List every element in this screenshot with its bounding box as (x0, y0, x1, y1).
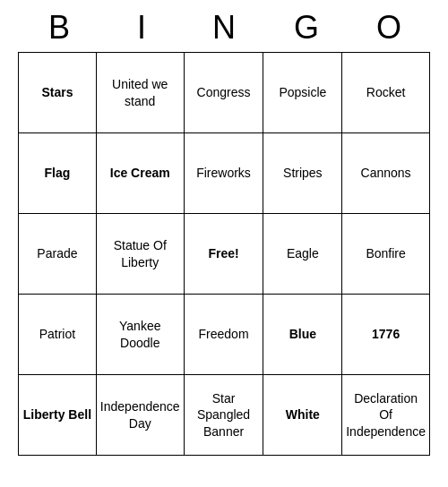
cell-r3-c0: Patriot (19, 295, 97, 375)
cell-r3-c2: Freedom (184, 295, 263, 375)
cell-r1-c0: Flag (19, 133, 97, 214)
cell-r1-c3: Stripes (263, 133, 342, 214)
cell-r4-c3: White (263, 375, 342, 456)
cell-r2-c2: Free! (184, 214, 263, 295)
cell-r0-c1: United we stand (96, 53, 184, 133)
cell-r3-c3: Blue (263, 295, 342, 375)
bingo-title: B I N G O (18, 0, 430, 52)
letter-n: N (188, 9, 260, 47)
cell-r4-c4: Declaration Of Independence (342, 375, 430, 456)
bingo-grid: StarsUnited we standCongressPopsicleRock… (18, 52, 430, 456)
cell-r4-c0: Liberty Bell (19, 375, 97, 456)
letter-i: I (106, 9, 177, 47)
letter-b: B (23, 9, 95, 47)
cell-r2-c1: Statue Of Liberty (96, 214, 184, 295)
cell-r2-c4: Bonfire (342, 214, 430, 295)
cell-r2-c0: Parade (19, 214, 97, 295)
cell-r2-c3: Eagle (263, 214, 342, 295)
cell-r0-c4: Rocket (342, 53, 430, 133)
cell-r4-c2: Star Spangled Banner (184, 375, 263, 456)
cell-r4-c1: Independence Day (96, 375, 184, 456)
letter-g: G (271, 9, 342, 47)
cell-r0-c3: Popsicle (263, 53, 342, 133)
letter-o: O (353, 9, 425, 47)
cell-r3-c1: Yankee Doodle (96, 295, 184, 375)
cell-r1-c1: Ice Cream (96, 133, 184, 214)
cell-r0-c0: Stars (19, 53, 97, 133)
cell-r0-c2: Congress (184, 53, 263, 133)
cell-r1-c4: Cannons (342, 133, 430, 214)
cell-r1-c2: Fireworks (184, 133, 263, 214)
cell-r3-c4: 1776 (342, 295, 430, 375)
